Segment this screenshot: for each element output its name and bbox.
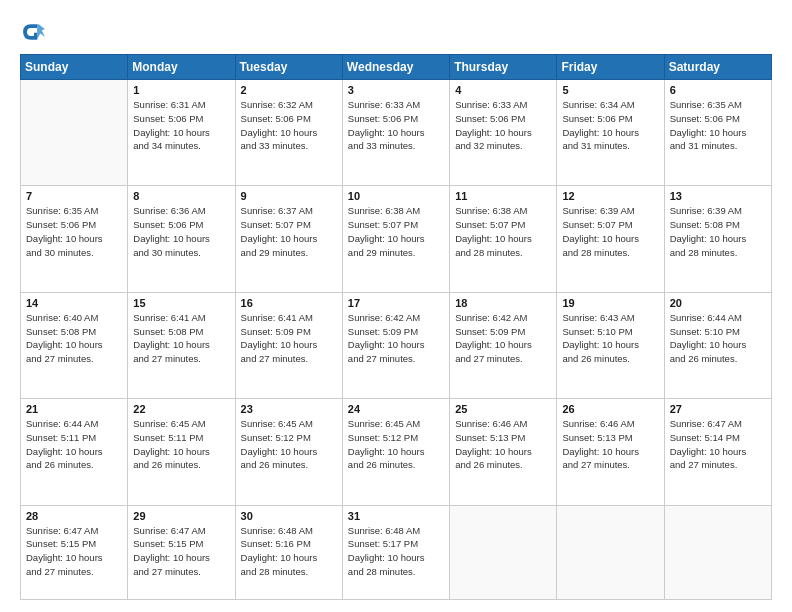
day-info: Sunrise: 6:33 AM Sunset: 5:06 PM Dayligh… xyxy=(455,98,551,153)
day-number: 15 xyxy=(133,297,229,309)
calendar-cell: 26Sunrise: 6:46 AM Sunset: 5:13 PM Dayli… xyxy=(557,399,664,505)
calendar-cell xyxy=(557,505,664,599)
day-number: 28 xyxy=(26,510,122,522)
day-info: Sunrise: 6:41 AM Sunset: 5:09 PM Dayligh… xyxy=(241,311,337,366)
calendar-cell: 18Sunrise: 6:42 AM Sunset: 5:09 PM Dayli… xyxy=(450,292,557,398)
calendar-cell xyxy=(664,505,771,599)
day-info: Sunrise: 6:38 AM Sunset: 5:07 PM Dayligh… xyxy=(348,204,444,259)
day-number: 7 xyxy=(26,190,122,202)
calendar-cell: 12Sunrise: 6:39 AM Sunset: 5:07 PM Dayli… xyxy=(557,186,664,292)
day-number: 18 xyxy=(455,297,551,309)
weekday-header-sunday: Sunday xyxy=(21,55,128,80)
day-info: Sunrise: 6:32 AM Sunset: 5:06 PM Dayligh… xyxy=(241,98,337,153)
day-number: 12 xyxy=(562,190,658,202)
weekday-header-monday: Monday xyxy=(128,55,235,80)
day-info: Sunrise: 6:45 AM Sunset: 5:11 PM Dayligh… xyxy=(133,417,229,472)
day-info: Sunrise: 6:46 AM Sunset: 5:13 PM Dayligh… xyxy=(562,417,658,472)
day-number: 30 xyxy=(241,510,337,522)
calendar-cell: 11Sunrise: 6:38 AM Sunset: 5:07 PM Dayli… xyxy=(450,186,557,292)
day-info: Sunrise: 6:33 AM Sunset: 5:06 PM Dayligh… xyxy=(348,98,444,153)
page: SundayMondayTuesdayWednesdayThursdayFrid… xyxy=(0,0,792,612)
day-number: 9 xyxy=(241,190,337,202)
calendar-week-5: 28Sunrise: 6:47 AM Sunset: 5:15 PM Dayli… xyxy=(21,505,772,599)
day-info: Sunrise: 6:39 AM Sunset: 5:08 PM Dayligh… xyxy=(670,204,766,259)
calendar-week-1: 1Sunrise: 6:31 AM Sunset: 5:06 PM Daylig… xyxy=(21,80,772,186)
calendar-cell: 23Sunrise: 6:45 AM Sunset: 5:12 PM Dayli… xyxy=(235,399,342,505)
day-info: Sunrise: 6:40 AM Sunset: 5:08 PM Dayligh… xyxy=(26,311,122,366)
logo xyxy=(20,18,52,46)
calendar-table: SundayMondayTuesdayWednesdayThursdayFrid… xyxy=(20,54,772,600)
day-info: Sunrise: 6:41 AM Sunset: 5:08 PM Dayligh… xyxy=(133,311,229,366)
weekday-header-friday: Friday xyxy=(557,55,664,80)
calendar-cell xyxy=(21,80,128,186)
calendar-week-2: 7Sunrise: 6:35 AM Sunset: 5:06 PM Daylig… xyxy=(21,186,772,292)
day-info: Sunrise: 6:35 AM Sunset: 5:06 PM Dayligh… xyxy=(26,204,122,259)
day-info: Sunrise: 6:42 AM Sunset: 5:09 PM Dayligh… xyxy=(348,311,444,366)
day-info: Sunrise: 6:44 AM Sunset: 5:11 PM Dayligh… xyxy=(26,417,122,472)
calendar-cell: 21Sunrise: 6:44 AM Sunset: 5:11 PM Dayli… xyxy=(21,399,128,505)
day-number: 14 xyxy=(26,297,122,309)
calendar-cell: 4Sunrise: 6:33 AM Sunset: 5:06 PM Daylig… xyxy=(450,80,557,186)
day-number: 3 xyxy=(348,84,444,96)
calendar-cell: 28Sunrise: 6:47 AM Sunset: 5:15 PM Dayli… xyxy=(21,505,128,599)
calendar-cell xyxy=(450,505,557,599)
day-number: 24 xyxy=(348,403,444,415)
calendar-cell: 22Sunrise: 6:45 AM Sunset: 5:11 PM Dayli… xyxy=(128,399,235,505)
day-number: 17 xyxy=(348,297,444,309)
day-number: 10 xyxy=(348,190,444,202)
calendar-cell: 19Sunrise: 6:43 AM Sunset: 5:10 PM Dayli… xyxy=(557,292,664,398)
calendar-week-4: 21Sunrise: 6:44 AM Sunset: 5:11 PM Dayli… xyxy=(21,399,772,505)
day-number: 16 xyxy=(241,297,337,309)
calendar-cell: 1Sunrise: 6:31 AM Sunset: 5:06 PM Daylig… xyxy=(128,80,235,186)
weekday-header-wednesday: Wednesday xyxy=(342,55,449,80)
day-info: Sunrise: 6:38 AM Sunset: 5:07 PM Dayligh… xyxy=(455,204,551,259)
day-number: 29 xyxy=(133,510,229,522)
calendar-cell: 3Sunrise: 6:33 AM Sunset: 5:06 PM Daylig… xyxy=(342,80,449,186)
calendar-cell: 9Sunrise: 6:37 AM Sunset: 5:07 PM Daylig… xyxy=(235,186,342,292)
calendar-cell: 17Sunrise: 6:42 AM Sunset: 5:09 PM Dayli… xyxy=(342,292,449,398)
day-info: Sunrise: 6:36 AM Sunset: 5:06 PM Dayligh… xyxy=(133,204,229,259)
calendar-cell: 5Sunrise: 6:34 AM Sunset: 5:06 PM Daylig… xyxy=(557,80,664,186)
day-info: Sunrise: 6:45 AM Sunset: 5:12 PM Dayligh… xyxy=(241,417,337,472)
calendar-cell: 13Sunrise: 6:39 AM Sunset: 5:08 PM Dayli… xyxy=(664,186,771,292)
calendar-cell: 7Sunrise: 6:35 AM Sunset: 5:06 PM Daylig… xyxy=(21,186,128,292)
day-info: Sunrise: 6:48 AM Sunset: 5:17 PM Dayligh… xyxy=(348,524,444,579)
day-number: 13 xyxy=(670,190,766,202)
day-number: 27 xyxy=(670,403,766,415)
weekday-header-thursday: Thursday xyxy=(450,55,557,80)
day-number: 6 xyxy=(670,84,766,96)
day-number: 5 xyxy=(562,84,658,96)
day-number: 4 xyxy=(455,84,551,96)
calendar-cell: 24Sunrise: 6:45 AM Sunset: 5:12 PM Dayli… xyxy=(342,399,449,505)
calendar-cell: 16Sunrise: 6:41 AM Sunset: 5:09 PM Dayli… xyxy=(235,292,342,398)
day-info: Sunrise: 6:42 AM Sunset: 5:09 PM Dayligh… xyxy=(455,311,551,366)
weekday-header-row: SundayMondayTuesdayWednesdayThursdayFrid… xyxy=(21,55,772,80)
calendar-cell: 29Sunrise: 6:47 AM Sunset: 5:15 PM Dayli… xyxy=(128,505,235,599)
calendar-cell: 25Sunrise: 6:46 AM Sunset: 5:13 PM Dayli… xyxy=(450,399,557,505)
header xyxy=(20,18,772,46)
calendar-cell: 31Sunrise: 6:48 AM Sunset: 5:17 PM Dayli… xyxy=(342,505,449,599)
weekday-header-tuesday: Tuesday xyxy=(235,55,342,80)
weekday-header-saturday: Saturday xyxy=(664,55,771,80)
day-info: Sunrise: 6:44 AM Sunset: 5:10 PM Dayligh… xyxy=(670,311,766,366)
day-info: Sunrise: 6:47 AM Sunset: 5:15 PM Dayligh… xyxy=(133,524,229,579)
day-number: 11 xyxy=(455,190,551,202)
day-info: Sunrise: 6:34 AM Sunset: 5:06 PM Dayligh… xyxy=(562,98,658,153)
day-number: 31 xyxy=(348,510,444,522)
day-number: 19 xyxy=(562,297,658,309)
day-number: 1 xyxy=(133,84,229,96)
day-info: Sunrise: 6:46 AM Sunset: 5:13 PM Dayligh… xyxy=(455,417,551,472)
day-info: Sunrise: 6:45 AM Sunset: 5:12 PM Dayligh… xyxy=(348,417,444,472)
day-number: 22 xyxy=(133,403,229,415)
calendar-cell: 2Sunrise: 6:32 AM Sunset: 5:06 PM Daylig… xyxy=(235,80,342,186)
day-info: Sunrise: 6:48 AM Sunset: 5:16 PM Dayligh… xyxy=(241,524,337,579)
day-number: 8 xyxy=(133,190,229,202)
day-info: Sunrise: 6:35 AM Sunset: 5:06 PM Dayligh… xyxy=(670,98,766,153)
day-number: 20 xyxy=(670,297,766,309)
day-info: Sunrise: 6:43 AM Sunset: 5:10 PM Dayligh… xyxy=(562,311,658,366)
calendar-cell: 14Sunrise: 6:40 AM Sunset: 5:08 PM Dayli… xyxy=(21,292,128,398)
day-info: Sunrise: 6:39 AM Sunset: 5:07 PM Dayligh… xyxy=(562,204,658,259)
calendar-cell: 30Sunrise: 6:48 AM Sunset: 5:16 PM Dayli… xyxy=(235,505,342,599)
calendar-cell: 27Sunrise: 6:47 AM Sunset: 5:14 PM Dayli… xyxy=(664,399,771,505)
calendar-cell: 8Sunrise: 6:36 AM Sunset: 5:06 PM Daylig… xyxy=(128,186,235,292)
